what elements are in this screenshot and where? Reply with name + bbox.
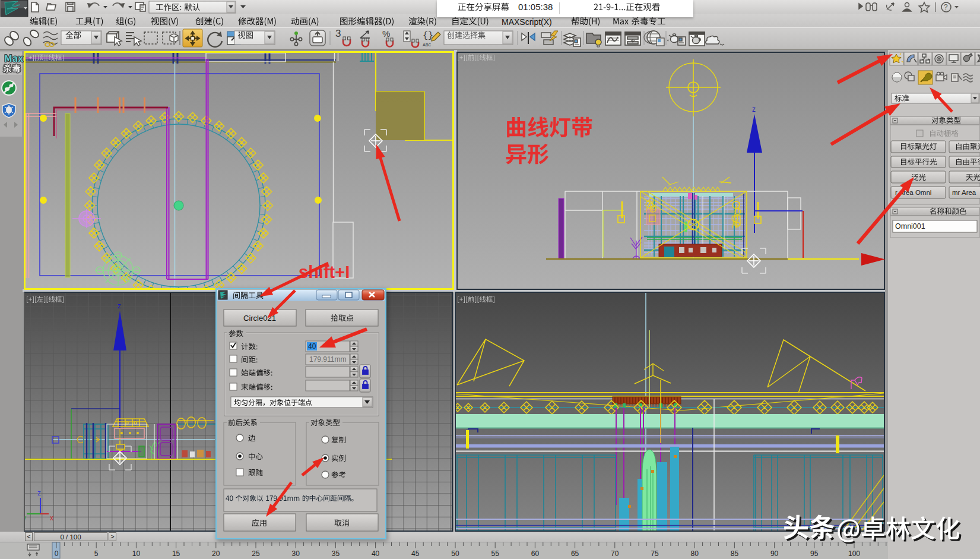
svg-text:35: 35 (332, 549, 340, 558)
svg-text:?: ? (944, 3, 948, 11)
svg-text:x: x (50, 514, 53, 522)
svg-text:70: 70 (611, 549, 619, 558)
svg-text:z: z (752, 105, 756, 113)
svg-text:y: y (25, 514, 26, 522)
svg-text:z: z (37, 489, 41, 497)
svg-text:40: 40 (308, 342, 316, 350)
svg-text:15: 15 (172, 549, 180, 558)
svg-text:0: 0 (55, 549, 59, 558)
svg-text:Circle021: Circle021 (243, 314, 276, 323)
svg-text:3: 3 (335, 28, 341, 39)
svg-text:60: 60 (531, 549, 540, 558)
svg-text:95: 95 (810, 549, 819, 558)
svg-text:85: 85 (731, 549, 739, 558)
svg-text:20: 20 (212, 549, 220, 558)
svg-text:40: 40 (372, 549, 380, 558)
svg-text:55: 55 (491, 549, 500, 558)
svg-text:90: 90 (770, 549, 779, 558)
svg-text:65: 65 (571, 549, 579, 558)
svg-text:10: 10 (132, 549, 141, 558)
svg-text:Omni001: Omni001 (895, 222, 925, 230)
svg-text:r Area Omni: r Area Omni (895, 189, 931, 196)
svg-text:80: 80 (691, 549, 699, 558)
svg-text:30: 30 (292, 549, 300, 558)
svg-text:45: 45 (411, 549, 420, 558)
svg-text:ABC: ABC (423, 42, 432, 48)
svg-text:50: 50 (451, 549, 459, 558)
svg-text:75: 75 (651, 549, 659, 558)
svg-text:179.911mm: 179.911mm (309, 355, 346, 364)
svg-text:%: % (382, 29, 390, 39)
svg-text:100: 100 (848, 549, 860, 558)
svg-text:25: 25 (252, 549, 260, 558)
svg-text:mr Area: mr Area (952, 189, 976, 196)
svg-text:z: z (118, 302, 121, 310)
svg-text:5: 5 (94, 549, 99, 558)
